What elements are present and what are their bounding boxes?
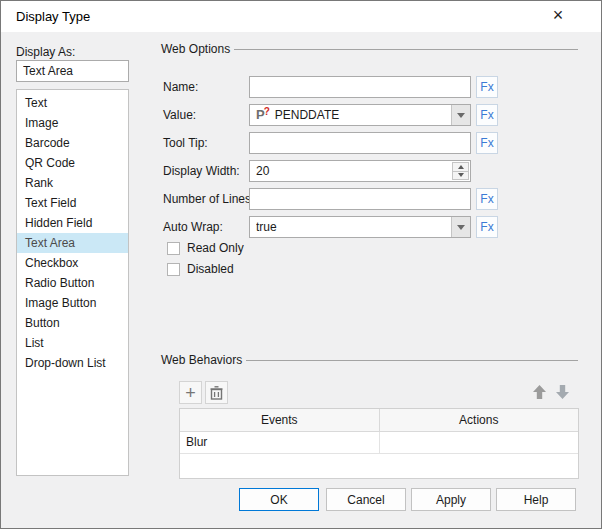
arrow-down-icon [555, 384, 570, 400]
delete-behavior-button[interactable] [205, 381, 228, 404]
chevron-down-icon [457, 225, 465, 230]
spinner-up-icon [458, 165, 464, 169]
table-row[interactable]: Blur [180, 432, 578, 454]
display-as-option[interactable]: Text Area [17, 233, 128, 253]
display-width-value: 20 [256, 164, 470, 178]
auto-wrap-combobox[interactable]: true [249, 216, 471, 238]
value-fx-button[interactable]: Fx [476, 104, 498, 126]
close-icon: × [553, 5, 564, 25]
display-as-option[interactable]: QR Code [17, 153, 128, 173]
display-as-list[interactable]: TextImageBarcodeQR CodeRankText FieldHid… [16, 89, 129, 476]
tooltip-label: Tool Tip: [163, 132, 208, 154]
read-only-checkbox-row: Read Only [167, 241, 244, 256]
trash-icon [210, 386, 223, 400]
number-of-lines-input[interactable] [249, 188, 471, 210]
tooltip-input[interactable] [249, 132, 471, 154]
titlebar: Display Type × [1, 1, 601, 32]
display-type-dialog: Display Type × Display As: TextImageBarc… [0, 0, 602, 529]
display-as-option[interactable]: Barcode [17, 133, 128, 153]
display-as-option[interactable]: List [17, 333, 128, 353]
move-down-button[interactable] [552, 381, 573, 402]
name-input[interactable] [249, 76, 471, 98]
event-cell[interactable]: Blur [180, 432, 380, 454]
number-of-lines-fx-button[interactable]: Fx [476, 188, 498, 210]
value-combobox[interactable]: P ? PENDDATE [249, 104, 471, 126]
web-options-divider [234, 49, 578, 50]
display-as-option[interactable]: Image [17, 113, 128, 133]
add-behavior-button[interactable]: + [179, 381, 202, 404]
events-column-header[interactable]: Events [180, 409, 380, 432]
auto-wrap-fx-button[interactable]: Fx [476, 216, 498, 238]
display-width-spinbox[interactable]: 20 [249, 160, 471, 182]
web-options-title: Web Options [161, 42, 230, 56]
move-up-button[interactable] [529, 381, 550, 402]
name-fx-button[interactable]: Fx [476, 76, 498, 98]
actions-column-header[interactable]: Actions [380, 409, 579, 432]
tooltip-fx-button[interactable]: Fx [476, 132, 498, 154]
ok-button[interactable]: OK [239, 488, 319, 511]
disabled-label: Disabled [187, 263, 234, 276]
display-width-spinner [452, 162, 469, 180]
help-button[interactable]: Help [496, 488, 576, 511]
web-behaviors-title: Web Behaviors [161, 353, 242, 367]
web-behaviors-divider [246, 360, 578, 361]
display-as-option[interactable]: Drop-down List [17, 353, 128, 373]
behaviors-table-header: Events Actions [180, 409, 578, 432]
value-label: Value: [163, 104, 196, 126]
auto-wrap-combo-text: true [256, 220, 451, 234]
chevron-down-icon [457, 113, 465, 118]
spinner-up-button[interactable] [452, 162, 469, 172]
display-as-option[interactable]: Text Field [17, 193, 128, 213]
cancel-button[interactable]: Cancel [326, 488, 406, 511]
spinner-down-icon [458, 173, 464, 177]
arrow-up-icon [532, 384, 547, 400]
behaviors-table-body: Blur [180, 432, 578, 454]
value-dropdown-button[interactable] [451, 105, 470, 125]
auto-wrap-label: Auto Wrap: [163, 216, 223, 238]
name-label: Name: [163, 76, 198, 98]
disabled-checkbox[interactable] [167, 263, 180, 276]
display-as-option[interactable]: Hidden Field [17, 213, 128, 233]
display-as-option[interactable]: Image Button [17, 293, 128, 313]
display-as-option[interactable]: Rank [17, 173, 128, 193]
read-only-label: Read Only [187, 242, 244, 255]
display-as-option[interactable]: Text [17, 93, 128, 113]
action-cell[interactable] [380, 432, 579, 454]
display-as-option[interactable]: Radio Button [17, 273, 128, 293]
display-as-option[interactable]: Button [17, 313, 128, 333]
disabled-checkbox-row: Disabled [167, 262, 234, 277]
display-as-value-field[interactable] [16, 60, 129, 82]
number-of-lines-label: Number of Lines: [163, 188, 254, 210]
spinner-down-button[interactable] [452, 172, 469, 181]
display-width-label: Display Width: [163, 160, 240, 182]
read-only-checkbox[interactable] [167, 242, 180, 255]
plus-icon: + [185, 384, 196, 402]
auto-wrap-dropdown-button[interactable] [451, 217, 470, 237]
value-combo-text: PENDDATE [275, 108, 451, 122]
dialog-title: Display Type [16, 1, 90, 32]
apply-button[interactable]: Apply [411, 488, 491, 511]
display-as-option[interactable]: Checkbox [17, 253, 128, 273]
parameter-icon: P ? [256, 108, 270, 122]
behaviors-table: Events Actions Blur [179, 408, 579, 479]
close-button[interactable]: × [543, 1, 573, 32]
